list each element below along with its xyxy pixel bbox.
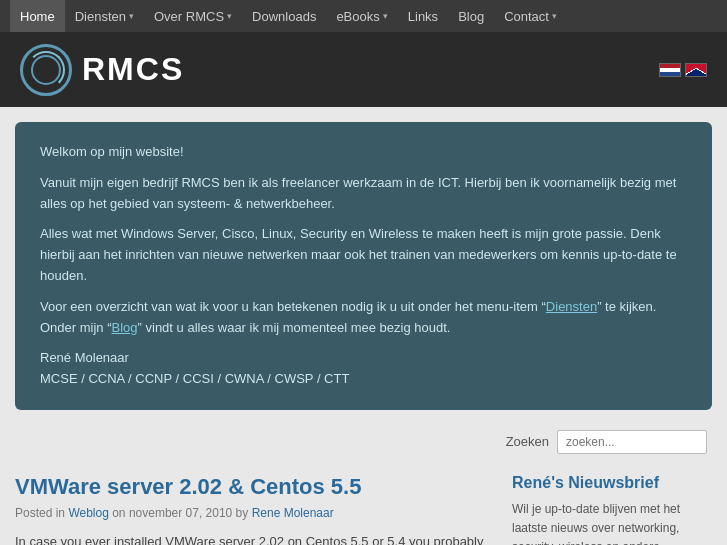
welcome-line3: Alles wat met Windows Server, Cisco, Lin…: [40, 224, 687, 286]
dropdown-arrow-icon: ▾: [227, 11, 232, 21]
welcome-box: Welkom op mijn website! Vanuit mijn eige…: [15, 122, 712, 410]
post-paragraph-1: In case you ever installed VMWare server…: [15, 532, 492, 545]
language-flags: [659, 63, 707, 77]
nav-item-contact[interactable]: Contact ▾: [494, 0, 567, 32]
post-meta: Posted in Weblog on november 07, 2010 by…: [15, 506, 492, 520]
newsletter-description: Wil je up-to-date blijven met het laatst…: [512, 500, 712, 545]
main-columns: VMWare server 2.02 & Centos 5.5 Posted i…: [15, 474, 712, 545]
post-body: In case you ever installed VMWare server…: [15, 532, 492, 545]
site-name: RMCS: [82, 51, 184, 88]
welcome-signature: René Molenaar MCSE / CCNA / CCNP / CCSI …: [40, 348, 687, 390]
content-wrapper: Welkom op mijn website! Vanuit mijn eige…: [0, 107, 727, 545]
dropdown-arrow-icon: ▾: [383, 11, 388, 21]
post-author-link[interactable]: Rene Molenaar: [252, 506, 334, 520]
logo-area: RMCS: [20, 44, 184, 96]
welcome-line1: Welkom op mijn website!: [40, 142, 687, 163]
diensten-link[interactable]: Diensten: [546, 299, 597, 314]
search-label: Zoeken: [506, 434, 549, 449]
post-category-link[interactable]: Weblog: [68, 506, 108, 520]
blog-link[interactable]: Blog: [112, 320, 138, 335]
welcome-line4: Voor een overzicht van wat ik voor u kan…: [40, 297, 687, 339]
nav-item-ebooks[interactable]: eBooks ▾: [326, 0, 397, 32]
dropdown-arrow-icon: ▾: [552, 11, 557, 21]
post-title: VMWare server 2.02 & Centos 5.5: [15, 474, 492, 500]
blog-post-area: VMWare server 2.02 & Centos 5.5 Posted i…: [15, 474, 492, 545]
flag-uk-icon[interactable]: [685, 63, 707, 77]
logo-icon: [20, 44, 72, 96]
nav-item-diensten[interactable]: Diensten ▾: [65, 0, 144, 32]
newsletter-title: René's Nieuwsbrief: [512, 474, 712, 492]
newsletter-box: René's Nieuwsbrief Wil je up-to-date bli…: [512, 474, 712, 545]
nav-item-blog[interactable]: Blog: [448, 0, 494, 32]
nav-item-downloads[interactable]: Downloads: [242, 0, 326, 32]
nav-item-links[interactable]: Links: [398, 0, 448, 32]
nav-item-over-rmcs[interactable]: Over RMCS ▾: [144, 0, 242, 32]
site-header: RMCS: [0, 32, 727, 107]
nav-item-home[interactable]: Home: [10, 0, 65, 32]
dropdown-arrow-icon: ▾: [129, 11, 134, 21]
flag-nl-icon[interactable]: [659, 63, 681, 77]
welcome-line2: Vanuit mijn eigen bedrijf RMCS ben ik al…: [40, 173, 687, 215]
search-area: Zoeken: [15, 430, 712, 454]
search-input[interactable]: [557, 430, 707, 454]
newsletter-sidebar: René's Nieuwsbrief Wil je up-to-date bli…: [512, 474, 712, 545]
main-nav: Home Diensten ▾ Over RMCS ▾ Downloads eB…: [0, 0, 727, 32]
